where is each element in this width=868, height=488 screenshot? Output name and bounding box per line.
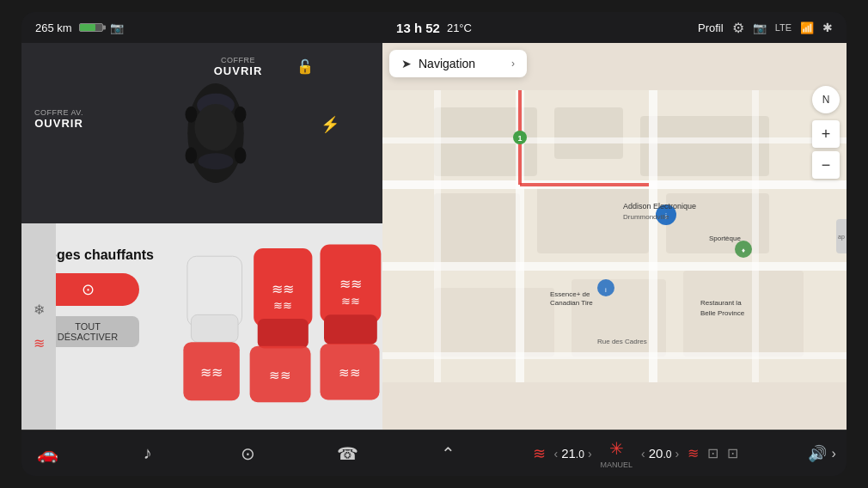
seat-rear-right[interactable]: ≋≋ ≋≋ [320,245,381,345]
seat-front-right[interactable]: ≋≋ ≋≋ [254,248,312,348]
temp-right-arrow-up[interactable]: › [675,447,679,461]
car-silhouette [147,69,284,198]
manuel-label: MANUEL [601,461,633,469]
temp-right-display: ‹ 20.0 › [641,446,679,461]
svg-point-5 [186,147,198,163]
svg-text:♦: ♦ [742,247,745,254]
up-symbol: ⌃ [441,443,455,464]
svg-text:Belle Province: Belle Province [700,309,745,317]
map-background: 1 i i ♦ Addison Electronique Drummondvil… [382,43,847,430]
climate-controls: ≋ ‹ 21.0 › ✳ MANUEL ‹ [533,438,739,469]
navigation-label: Navigation [419,57,504,70]
media-icon-bottom[interactable]: ⊙ [232,443,263,464]
settings-icon[interactable]: ⚙ [732,20,744,36]
right-edge-text: ap [838,234,845,240]
svg-rect-28 [434,193,520,271]
svg-text:Essence+ de: Essence+ de [550,290,590,298]
svg-text:≋≋: ≋≋ [200,364,223,380]
right-edge-indicator: ap [836,219,847,253]
seats-visual: ≋≋ ≋≋ ≋≋ ≋≋ [165,241,382,412]
svg-text:≋≋: ≋≋ [339,276,362,291]
seats-svg: ≋≋ ≋≋ ≋≋ ≋≋ [165,241,382,412]
temp-display: 21°C [447,21,472,34]
bottom-bar: 🚗 ♪ ⊙ ☎ ⌃ ≋ ‹ 21.0 › [21,430,847,476]
svg-rect-9 [191,314,238,342]
svg-point-2 [199,153,234,169]
fan-group: ✳ MANUEL [601,438,633,469]
seat-front-left[interactable] [187,256,242,342]
zoom-out-button[interactable]: − [812,151,840,179]
map-area: 1 i i ♦ Addison Electronique Drummondvil… [382,43,847,430]
camera2-icon: 📷 [753,21,767,34]
seat-rear-mid[interactable]: ≋≋ [250,346,311,402]
svg-rect-15 [324,314,377,345]
temp-left-arrow-down[interactable]: ‹ [554,447,559,461]
volume-group: 🔊 › [808,444,836,463]
music-icon-bottom[interactable]: ♪ [132,443,163,463]
svg-rect-26 [554,107,623,159]
battery-indicator [79,23,103,32]
svg-text:≋≋: ≋≋ [272,281,294,296]
svg-text:Restaurant la: Restaurant la [700,299,742,307]
svg-rect-27 [640,116,769,176]
volume-icon[interactable]: 🔊 [808,444,827,463]
seat-heat-left-icon: ≋ [533,444,546,463]
svg-point-3 [186,107,198,123]
car-icon-bottom[interactable]: 🚗 [32,443,63,464]
svg-rect-39 [649,90,657,382]
side-bar: ❄ ≋ [21,223,56,430]
phone-icon-bottom[interactable]: ☎ [333,443,364,464]
charging-icon: ⚡ [321,115,339,134]
signal-bars-icon: 📶 [800,21,814,34]
svg-rect-35 [382,262,847,271]
steering-wheel-icon: ⊙ [82,280,95,299]
compass-button[interactable]: N [812,86,840,113]
seat-icon-bottom[interactable]: ⊡ [707,445,718,461]
profile-button[interactable]: Profil [698,21,724,34]
navigation-chevron-icon: › [511,58,515,70]
svg-text:≋≋: ≋≋ [269,369,291,382]
heat-side-icon[interactable]: ≋ [34,335,45,351]
status-bar: 265 km 📷 13 h 52 21°C Profil ⚙ 📷 LTE 📶 ✱ [21,12,847,43]
battery-fill [80,24,95,31]
trunk-left-small: COFFRE AV. [34,108,83,117]
camera-icon: 📷 [110,21,124,34]
temp-right-group: ‹ 20.0 › [641,446,679,461]
car-view: 🔓 COFFRE OUVRIR COFFRE AV. OUVRIR ⚡ [21,43,382,223]
svg-rect-40 [434,90,441,382]
trunk-left-action[interactable]: OUVRIR [34,117,83,130]
navigation-dropdown[interactable]: ➤ Navigation › [389,50,527,77]
fan-side-icon[interactable]: ❄ [34,302,45,318]
seat-front-left-heat[interactable]: ≋≋ [183,342,239,400]
status-left: 265 km 📷 [35,21,124,34]
lte-indicator: LTE [775,22,792,33]
navigation-arrow-icon: ➤ [401,57,412,70]
svg-rect-41 [752,90,759,382]
temp-left-arrow-up[interactable]: › [588,447,592,461]
svg-point-6 [235,147,247,163]
rear-seat2-icon[interactable]: ⊡ [727,445,738,461]
svg-text:Drummondville: Drummondville [623,213,669,221]
zoom-in-button[interactable]: + [812,120,840,148]
fan-icon[interactable]: ✳ [609,438,624,459]
temp-left-value: 21.0 [561,446,584,461]
up-icon-bottom[interactable]: ⌃ [432,443,463,464]
svg-text:Canadian Tire: Canadian Tire [550,299,593,307]
compass-n-label: N [822,94,830,106]
temp-left-display: ‹ 21.0 › [554,446,592,461]
seat-rear-right-bottom[interactable]: ≋≋ [320,344,379,400]
svg-point-7 [194,104,236,151]
svg-text:≋≋: ≋≋ [339,366,361,380]
temp-right-arrow-down[interactable]: ‹ [641,447,645,461]
seats-content: Sièges chauffants ⊙ TOUT DÉSACTIVER [21,227,382,426]
svg-rect-11 [258,319,309,349]
lock-icon[interactable]: 🔓 [296,58,314,75]
svg-rect-31 [434,288,554,357]
status-right: Profil ⚙ 📷 LTE 📶 ✱ [698,20,833,36]
phone-symbol: ☎ [337,443,358,464]
temp-left-group: ‹ 21.0 › [554,446,592,461]
music-symbol: ♪ [144,443,152,463]
bluetooth-icon: ✱ [822,21,833,34]
svg-rect-37 [382,352,847,359]
volume-arrow[interactable]: › [832,446,836,461]
